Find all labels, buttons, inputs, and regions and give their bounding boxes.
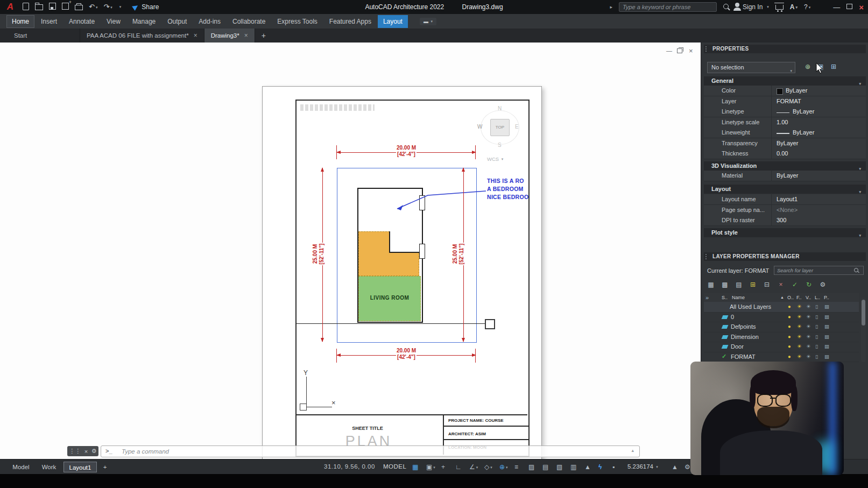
property-row-layout-name[interactable]: Layout name Layout1 [704, 194, 866, 205]
polar-tracking-icon[interactable]: ∠▾ [469, 462, 478, 472]
refresh-icon[interactable]: ↻ [802, 280, 815, 289]
coordinates-readout[interactable]: 31.10, 9.56, 0.00 [324, 463, 375, 470]
layer-vp-freeze-icon[interactable]: ☀ [806, 353, 811, 359]
layer-on-icon[interactable]: ● [788, 343, 791, 349]
grip-box[interactable] [485, 319, 495, 329]
layer-lock-icon[interactable]: ▯ [815, 334, 818, 340]
layer-plot-icon[interactable]: ▤ [824, 334, 829, 340]
annotation-scale-value[interactable]: 5.236174 ▾ [627, 463, 658, 470]
qat-dropdown-icon[interactable]: ▾ [119, 5, 122, 9]
layer-plot-icon[interactable]: ▤ [824, 343, 829, 349]
work-tab[interactable]: Work [37, 462, 61, 472]
keyword-search-input[interactable] [619, 2, 717, 12]
plot-icon[interactable] [75, 2, 83, 12]
layer-plot-icon[interactable]: ▤ [824, 314, 829, 320]
layer-manager-header[interactable]: LAYER PROPERTIES MANAGER [704, 252, 866, 261]
infer-constraints-icon[interactable]: + [441, 462, 445, 472]
annotation-scale-icon[interactable]: ▲ [672, 462, 678, 472]
new-layer-icon[interactable]: ⊞ [746, 280, 759, 289]
layer-vp-freeze-icon[interactable]: ☀ [806, 334, 811, 340]
snap-mode-icon[interactable]: ▣▾ [426, 462, 435, 472]
construction-line[interactable] [296, 323, 486, 324]
new-file-icon[interactable] [23, 3, 29, 12]
layer-on-icon[interactable]: ● [788, 353, 791, 359]
scrollbar-thumb[interactable] [862, 300, 865, 326]
file-tab-2-active[interactable]: Drawing3* × [204, 29, 255, 43]
undo-icon[interactable]: ↶▾ [89, 3, 97, 11]
delete-layer-icon[interactable]: × [774, 280, 787, 289]
dimension-text-left[interactable]: 25.00 M [52'-11"] [312, 224, 325, 284]
help-menu[interactable]: ?▾ [804, 3, 810, 11]
column-vp[interactable]: V.. [806, 293, 811, 302]
layer-vp-freeze-icon[interactable]: ☀ [806, 303, 811, 309]
section-general[interactable]: General ▾ [704, 76, 866, 86]
column-lock[interactable]: L.. [815, 293, 820, 302]
ortho-icon[interactable]: ∟ [455, 462, 462, 472]
search-icon[interactable] [723, 3, 729, 11]
lock-ui-icon[interactable]: ▪ [612, 462, 615, 472]
model-space-toggle[interactable]: MODEL [383, 463, 406, 470]
layer-scrollbar[interactable] [861, 298, 866, 362]
layer-on-icon[interactable]: ● [788, 334, 791, 340]
layer-freeze-icon[interactable]: ☀ [797, 314, 802, 320]
ribbon-tab-featured-apps[interactable]: Featured Apps [324, 15, 377, 28]
graphics-performance-icon[interactable]: ϟ [598, 462, 602, 472]
transparency-icon[interactable]: ▨ [528, 462, 534, 472]
layer-row-all-used[interactable]: All Used Layers ● ☀ ☀ ▯ ▤ [704, 302, 859, 313]
property-row-thickness[interactable]: Thickness 0.00 [704, 148, 866, 159]
command-customize-icon[interactable]: ⚙ [91, 448, 97, 455]
save-as-icon[interactable] [62, 3, 69, 11]
selection-cycling-icon[interactable]: ▤ [542, 462, 548, 472]
viewcube-west[interactable]: W [477, 124, 482, 130]
close-tab-icon[interactable]: × [194, 32, 197, 39]
new-tab-button[interactable]: + [255, 29, 272, 43]
collapse-tree-icon[interactable]: » [705, 293, 709, 302]
layer-row-defpoints[interactable]: Defpoints ● ☀ ☀ ▯ ▤ [704, 322, 859, 333]
model-tab[interactable]: Model [8, 462, 34, 472]
section-3d-visualization[interactable]: 3D Visualization ▾ [704, 161, 866, 171]
workspace-gear-icon[interactable]: ⚙ [684, 462, 690, 472]
layer-search-input[interactable] [774, 266, 864, 275]
redo-icon[interactable]: ↷▾ [103, 3, 112, 11]
property-row-lineweight[interactable]: Lineweight ByLayer [704, 128, 866, 138]
viewcube-north[interactable]: N [498, 105, 502, 111]
viewcube-east[interactable]: E [515, 124, 519, 130]
dimension-text-top[interactable]: 20.00 M [42'-4"] [378, 145, 434, 158]
dimension-text-bottom[interactable]: 20.00 M [42'-4"] [378, 348, 434, 360]
column-status[interactable]: S.. [722, 293, 728, 302]
set-current-layer-icon[interactable]: ✓ [788, 280, 801, 289]
layer-plot-icon[interactable]: ▤ [824, 323, 829, 329]
property-row-dpi[interactable]: DPI to raster 300 [704, 215, 866, 226]
file-tab-start[interactable]: Start [0, 29, 80, 43]
layer-vp-freeze-icon[interactable]: ☀ [806, 323, 811, 329]
layer-lock-icon[interactable]: ▯ [815, 343, 818, 349]
layer-freeze-icon[interactable]: ☀ [797, 334, 802, 340]
grid-icon[interactable]: ▦ [412, 462, 418, 472]
drawing-restore-icon[interactable] [677, 47, 682, 54]
layer-states-icon[interactable]: ▤ [732, 280, 745, 289]
layer-row-door[interactable]: Door ● ☀ ☀ ▯ ▤ [704, 342, 859, 352]
command-input-field[interactable]: >_ ▴ [101, 445, 640, 457]
search-flyout-icon[interactable]: ▸ [610, 4, 612, 10]
layer-plot-icon[interactable]: ▤ [824, 353, 829, 359]
autodesk-app-menu[interactable]: A▾ [790, 3, 798, 11]
command-input[interactable] [121, 447, 607, 456]
layer-freeze-icon[interactable]: ☀ [797, 303, 802, 309]
close-button[interactable]: × [859, 3, 864, 12]
property-row-linetype-scale[interactable]: Linetype scale 1.00 [704, 117, 866, 128]
living-room-hatch[interactable]: LIVING ROOM [358, 276, 421, 321]
close-tab-icon[interactable]: × [244, 32, 248, 39]
layout1-tab[interactable]: Layout1 [63, 462, 97, 472]
ribbon-tab-addins[interactable]: Add-ins [193, 15, 226, 28]
pickadd-toggle-icon[interactable]: ⊕ [802, 62, 813, 72]
property-row-material[interactable]: Material ByLayer [704, 171, 866, 181]
lineweight-icon[interactable]: ≡ [514, 462, 518, 472]
wcs-dropdown[interactable]: WCS ▾ [487, 156, 503, 162]
3d-osnap-icon[interactable]: ▧ [556, 462, 562, 472]
layer-row-0[interactable]: 0 ● ☀ ☀ ▯ ▤ [704, 312, 859, 323]
ribbon-tab-annotate[interactable]: Annotate [63, 15, 100, 28]
autocad-logo[interactable]: A [3, 2, 17, 12]
ribbon-display-toggle[interactable]: ▬ ▾ [420, 18, 436, 25]
command-close-icon[interactable]: × [84, 448, 88, 455]
dimension-text-right[interactable]: 25.00 M [52'-11"] [452, 224, 465, 284]
